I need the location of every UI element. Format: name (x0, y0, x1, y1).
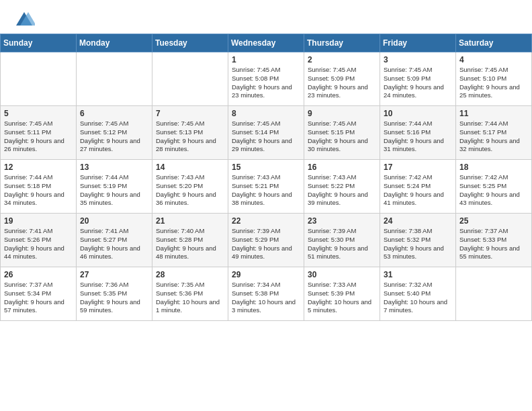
day-number: 30 (308, 270, 376, 279)
calendar-week-row: 5Sunrise: 7:45 AM Sunset: 5:11 PM Daylig… (1, 106, 532, 160)
day-info: Sunrise: 7:45 AM Sunset: 5:14 PM Dayligh… (232, 120, 300, 154)
day-number: 25 (459, 216, 528, 226)
logo-icon (13, 9, 35, 28)
day-info: Sunrise: 7:45 AM Sunset: 5:09 PM Dayligh… (384, 66, 452, 100)
day-info: Sunrise: 7:42 AM Sunset: 5:25 PM Dayligh… (459, 173, 528, 208)
calendar-cell: 19Sunrise: 7:41 AM Sunset: 5:26 PM Dayli… (1, 214, 77, 267)
calendar-cell: 14Sunrise: 7:43 AM Sunset: 5:20 PM Dayli… (152, 160, 228, 214)
calendar-cell: 15Sunrise: 7:43 AM Sunset: 5:21 PM Dayli… (228, 160, 304, 214)
day-number: 9 (308, 109, 376, 118)
logo-area (12, 9, 35, 28)
day-info: Sunrise: 7:45 AM Sunset: 5:09 PM Dayligh… (308, 66, 376, 100)
calendar-cell: 23Sunrise: 7:39 AM Sunset: 5:30 PM Dayli… (304, 214, 380, 267)
calendar-cell: 5Sunrise: 7:45 AM Sunset: 5:11 PM Daylig… (1, 106, 77, 160)
day-info: Sunrise: 7:45 AM Sunset: 5:11 PM Dayligh… (4, 120, 73, 154)
day-info: Sunrise: 7:44 AM Sunset: 5:17 PM Dayligh… (459, 120, 528, 154)
calendar-cell: 9Sunrise: 7:45 AM Sunset: 5:15 PM Daylig… (304, 106, 380, 160)
calendar-cell: 4Sunrise: 7:45 AM Sunset: 5:10 PM Daylig… (456, 52, 532, 106)
weekday-header-row: SundayMondayTuesdayWednesdayThursdayFrid… (1, 34, 532, 52)
day-info: Sunrise: 7:44 AM Sunset: 5:18 PM Dayligh… (4, 173, 73, 208)
calendar-cell (456, 267, 532, 321)
day-info: Sunrise: 7:45 AM Sunset: 5:12 PM Dayligh… (80, 120, 148, 154)
day-number: 15 (232, 163, 300, 172)
day-number: 21 (156, 216, 224, 226)
day-info: Sunrise: 7:38 AM Sunset: 5:32 PM Dayligh… (384, 227, 452, 261)
day-info: Sunrise: 7:39 AM Sunset: 5:29 PM Dayligh… (232, 227, 300, 261)
day-info: Sunrise: 7:45 AM Sunset: 5:10 PM Dayligh… (459, 66, 528, 100)
day-number: 4 (459, 55, 528, 64)
day-info: Sunrise: 7:43 AM Sunset: 5:22 PM Dayligh… (308, 173, 376, 208)
calendar-cell: 7Sunrise: 7:45 AM Sunset: 5:13 PM Daylig… (152, 106, 228, 160)
day-number: 3 (384, 55, 452, 64)
weekday-header-monday: Monday (77, 34, 152, 52)
calendar-cell: 8Sunrise: 7:45 AM Sunset: 5:14 PM Daylig… (228, 106, 304, 160)
day-info: Sunrise: 7:41 AM Sunset: 5:26 PM Dayligh… (4, 227, 73, 261)
day-info: Sunrise: 7:45 AM Sunset: 5:13 PM Dayligh… (156, 120, 224, 154)
calendar-cell (77, 52, 152, 106)
calendar-week-row: 1Sunrise: 7:45 AM Sunset: 5:08 PM Daylig… (1, 52, 532, 106)
day-info: Sunrise: 7:36 AM Sunset: 5:35 PM Dayligh… (80, 281, 148, 315)
calendar-cell: 3Sunrise: 7:45 AM Sunset: 5:09 PM Daylig… (380, 52, 456, 106)
day-info: Sunrise: 7:34 AM Sunset: 5:38 PM Dayligh… (232, 281, 300, 315)
day-info: Sunrise: 7:33 AM Sunset: 5:39 PM Dayligh… (308, 281, 376, 315)
day-number: 20 (80, 216, 148, 226)
day-number: 11 (459, 109, 528, 118)
calendar-cell: 27Sunrise: 7:36 AM Sunset: 5:35 PM Dayli… (77, 267, 152, 321)
calendar-cell: 2Sunrise: 7:45 AM Sunset: 5:09 PM Daylig… (304, 52, 380, 106)
calendar-cell (152, 52, 228, 106)
calendar-cell: 18Sunrise: 7:42 AM Sunset: 5:25 PM Dayli… (456, 160, 532, 214)
header (0, 0, 532, 34)
day-number: 24 (384, 216, 452, 226)
day-info: Sunrise: 7:42 AM Sunset: 5:24 PM Dayligh… (384, 173, 452, 208)
calendar-cell: 12Sunrise: 7:44 AM Sunset: 5:18 PM Dayli… (1, 160, 77, 214)
day-info: Sunrise: 7:35 AM Sunset: 5:36 PM Dayligh… (156, 281, 224, 315)
calendar-cell: 25Sunrise: 7:37 AM Sunset: 5:33 PM Dayli… (456, 214, 532, 267)
day-info: Sunrise: 7:43 AM Sunset: 5:20 PM Dayligh… (156, 173, 224, 208)
day-number: 27 (80, 270, 148, 279)
calendar-week-row: 26Sunrise: 7:37 AM Sunset: 5:34 PM Dayli… (1, 267, 532, 321)
day-number: 16 (308, 163, 376, 172)
calendar-cell: 31Sunrise: 7:32 AM Sunset: 5:40 PM Dayli… (380, 267, 456, 321)
calendar-cell: 29Sunrise: 7:34 AM Sunset: 5:38 PM Dayli… (228, 267, 304, 321)
calendar-cell: 17Sunrise: 7:42 AM Sunset: 5:24 PM Dayli… (380, 160, 456, 214)
day-number: 7 (156, 109, 224, 118)
weekday-header-wednesday: Wednesday (228, 34, 304, 52)
calendar-cell: 28Sunrise: 7:35 AM Sunset: 5:36 PM Dayli… (152, 267, 228, 321)
day-number: 22 (232, 216, 300, 226)
calendar-cell: 11Sunrise: 7:44 AM Sunset: 5:17 PM Dayli… (456, 106, 532, 160)
day-number: 19 (4, 216, 73, 226)
day-number: 10 (384, 109, 452, 118)
weekday-header-friday: Friday (380, 34, 456, 52)
day-info: Sunrise: 7:44 AM Sunset: 5:16 PM Dayligh… (384, 120, 452, 154)
day-info: Sunrise: 7:43 AM Sunset: 5:21 PM Dayligh… (232, 173, 300, 208)
weekday-header-sunday: Sunday (1, 34, 77, 52)
calendar-cell: 10Sunrise: 7:44 AM Sunset: 5:16 PM Dayli… (380, 106, 456, 160)
weekday-header-saturday: Saturday (456, 34, 532, 52)
calendar-cell: 16Sunrise: 7:43 AM Sunset: 5:22 PM Dayli… (304, 160, 380, 214)
day-info: Sunrise: 7:37 AM Sunset: 5:34 PM Dayligh… (4, 281, 73, 315)
calendar-week-row: 19Sunrise: 7:41 AM Sunset: 5:26 PM Dayli… (1, 214, 532, 267)
day-info: Sunrise: 7:45 AM Sunset: 5:15 PM Dayligh… (308, 120, 376, 154)
calendar-cell (1, 52, 77, 106)
calendar-cell: 1Sunrise: 7:45 AM Sunset: 5:08 PM Daylig… (228, 52, 304, 106)
day-number: 6 (80, 109, 148, 118)
day-number: 31 (384, 270, 452, 279)
calendar-cell: 26Sunrise: 7:37 AM Sunset: 5:34 PM Dayli… (1, 267, 77, 321)
day-number: 8 (232, 109, 300, 118)
day-info: Sunrise: 7:45 AM Sunset: 5:08 PM Dayligh… (232, 66, 300, 100)
calendar-cell: 22Sunrise: 7:39 AM Sunset: 5:29 PM Dayli… (228, 214, 304, 267)
calendar-cell: 20Sunrise: 7:41 AM Sunset: 5:27 PM Dayli… (77, 214, 152, 267)
day-info: Sunrise: 7:41 AM Sunset: 5:27 PM Dayligh… (80, 227, 148, 261)
day-info: Sunrise: 7:44 AM Sunset: 5:19 PM Dayligh… (80, 173, 148, 208)
weekday-header-thursday: Thursday (304, 34, 380, 52)
calendar-cell: 21Sunrise: 7:40 AM Sunset: 5:28 PM Dayli… (152, 214, 228, 267)
day-number: 28 (156, 270, 224, 279)
day-number: 29 (232, 270, 300, 279)
day-number: 2 (308, 55, 376, 64)
day-number: 23 (308, 216, 376, 226)
calendar-table: SundayMondayTuesdayWednesdayThursdayFrid… (0, 34, 532, 321)
calendar-cell: 24Sunrise: 7:38 AM Sunset: 5:32 PM Dayli… (380, 214, 456, 267)
day-number: 5 (4, 109, 73, 118)
day-info: Sunrise: 7:37 AM Sunset: 5:33 PM Dayligh… (459, 227, 528, 261)
day-info: Sunrise: 7:39 AM Sunset: 5:30 PM Dayligh… (308, 227, 376, 261)
